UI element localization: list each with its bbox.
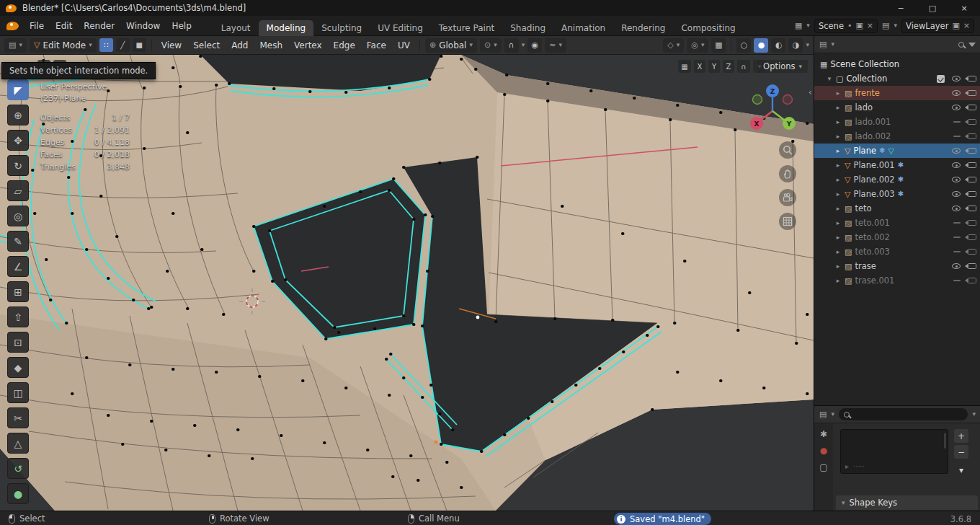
collection-checkbox[interactable] xyxy=(937,75,945,83)
disclosure-icon[interactable]: ▸ xyxy=(834,248,842,255)
vertex-select-mode-button[interactable]: ∷ xyxy=(99,38,113,52)
viewlayer-icon[interactable]: ▤ xyxy=(882,22,889,30)
tool-knife[interactable]: ✂ xyxy=(7,407,29,428)
eye-icon[interactable] xyxy=(952,162,961,168)
tab-layout[interactable]: Layout xyxy=(213,20,259,36)
tab-shading[interactable]: Shading xyxy=(502,20,553,36)
menu-face[interactable]: Face xyxy=(362,40,391,50)
camera-visibility-icon[interactable] xyxy=(968,162,976,168)
mirror-y-button[interactable]: Y xyxy=(708,60,720,73)
menu-render[interactable]: Render xyxy=(78,16,120,36)
eye-icon[interactable] xyxy=(952,263,961,269)
zoom-icon[interactable] xyxy=(779,141,796,159)
tool-rotate[interactable]: ↻ xyxy=(7,155,29,176)
tool-spin[interactable]: ↺ xyxy=(7,458,29,479)
new-viewlayer-icon[interactable]: ▣ xyxy=(952,22,959,30)
outliner-editor-icon[interactable]: ▤ xyxy=(819,40,827,48)
pan-hand-icon[interactable] xyxy=(779,165,796,182)
tool-measure[interactable]: ∠ xyxy=(7,256,29,277)
list-scrollbar[interactable] xyxy=(944,433,946,449)
camera-visibility-icon[interactable] xyxy=(968,177,976,182)
tool-bevel[interactable]: ◆ xyxy=(7,357,29,378)
camera-view-icon[interactable] xyxy=(779,189,796,206)
tool-scale[interactable]: ▱ xyxy=(7,180,29,201)
tool-transform[interactable]: ◎ xyxy=(7,206,29,226)
editor-type-button[interactable]: ▤ ▾ xyxy=(4,38,27,53)
tab-sculpting[interactable]: Sculpting xyxy=(313,20,370,36)
outliner-item-teto-001[interactable]: ▸ ▨ teto.001 xyxy=(814,216,980,230)
modifier-wrench-icon[interactable]: ✱ xyxy=(879,147,885,154)
shading-solid-button[interactable]: ● xyxy=(754,38,768,53)
modifier-wrench-icon[interactable]: ✱ xyxy=(898,176,904,183)
sidebar-toggle-chevron-icon[interactable]: ‹ xyxy=(808,87,812,97)
chevron-down-icon[interactable]: ▾ xyxy=(831,411,834,418)
tool-annotate[interactable]: ✎ xyxy=(7,231,29,252)
tool-inset[interactable]: ⊡ xyxy=(7,332,29,353)
eye-closed-icon[interactable] xyxy=(953,136,961,137)
outliner-item-plane[interactable]: ▸ ▽ Plane ✱ ▽ xyxy=(814,144,980,158)
modifier-wrench-icon[interactable]: ✱ xyxy=(898,190,904,198)
camera-visibility-icon[interactable] xyxy=(968,191,976,197)
chevron-down-icon[interactable]: ▾ xyxy=(972,411,976,418)
shading-material-button[interactable]: ◐ xyxy=(771,38,785,53)
outliner-item-teto-002[interactable]: ▸ ▨ teto.002 xyxy=(814,230,980,244)
specials-menu-chevron-icon[interactable]: ▾ xyxy=(954,463,968,477)
eye-closed-icon[interactable] xyxy=(953,237,961,238)
camera-visibility-icon[interactable] xyxy=(968,105,976,110)
outliner-search-icon[interactable] xyxy=(958,42,964,48)
disclosure-icon[interactable]: ▸ xyxy=(834,234,842,241)
eye-closed-icon[interactable] xyxy=(953,251,961,252)
properties-search-input[interactable] xyxy=(839,408,968,420)
disclosure-open-icon[interactable]: ▾ xyxy=(826,75,833,82)
menu-help[interactable]: Help xyxy=(166,16,197,36)
eye-icon[interactable] xyxy=(952,105,961,110)
chevron-down-icon[interactable]: ▾ xyxy=(831,41,834,48)
scenes-icon[interactable]: ▦ xyxy=(795,22,802,30)
remove-viewlayer-icon[interactable]: × xyxy=(963,22,970,30)
remove-item-button[interactable]: − xyxy=(954,445,968,459)
tool-loop-cut[interactable]: ◫ xyxy=(7,382,29,403)
menu-select[interactable]: Select xyxy=(189,40,224,50)
menu-edit[interactable]: Edit xyxy=(50,16,78,36)
camera-visibility-icon[interactable] xyxy=(968,206,976,211)
camera-visibility-icon[interactable] xyxy=(968,90,976,96)
tool-extrude[interactable]: ⇧ xyxy=(7,306,29,327)
tab-rendering[interactable]: Rendering xyxy=(613,20,673,36)
close-button[interactable]: × xyxy=(948,0,980,16)
3d-viewport[interactable]: ▢ ▦ ▦ X Y Z ∩ ▾ Options ▾ ‹ ◤ ⊕ ✥ ↻ ▱ ◎ … xyxy=(0,55,814,511)
disclosure-icon[interactable]: ▸ xyxy=(834,89,842,97)
tab-texture-paint[interactable]: Texture Paint xyxy=(431,20,502,36)
tab-tool-icon[interactable]: ✱ xyxy=(820,429,827,439)
minimize-button[interactable]: ─ xyxy=(885,0,917,16)
tab-object-icon[interactable]: ▢ xyxy=(819,462,827,472)
viewlayer-browse-chevron-icon[interactable]: ▾ xyxy=(894,22,897,29)
maximize-button[interactable]: □ xyxy=(917,0,948,16)
outliner-item-lado-001[interactable]: ▸ ▨ lado.001 xyxy=(814,115,980,129)
tool-add-cube[interactable]: ⊞ xyxy=(7,281,29,302)
transform-orientation-dropdown[interactable]: ⊕ Global ▾ xyxy=(425,38,477,53)
show-gizmo-dropdown[interactable]: ◇ ▾ xyxy=(663,38,684,53)
menu-uv[interactable]: UV xyxy=(393,40,414,50)
mirror-x-button[interactable]: X xyxy=(694,60,705,73)
pivot-point-dropdown[interactable]: ⊙ ▾ xyxy=(480,38,502,53)
saved-report-badge[interactable]: i Saved "m4.blend" xyxy=(614,513,711,525)
menu-add[interactable]: Add xyxy=(227,40,252,50)
disclosure-icon[interactable]: ▸ xyxy=(834,219,842,226)
menu-window[interactable]: Window xyxy=(120,16,166,36)
xray-toggle-button[interactable]: ▦ xyxy=(711,38,726,53)
eye-closed-icon[interactable] xyxy=(953,280,961,281)
camera-visibility-icon[interactable] xyxy=(968,278,976,283)
menu-file[interactable]: File xyxy=(24,16,50,36)
camera-visibility-icon[interactable] xyxy=(968,119,976,125)
scene-selector[interactable]: Scene • ▣ × xyxy=(814,19,878,33)
tool-poly-build[interactable]: △ xyxy=(7,433,29,454)
eye-closed-icon[interactable] xyxy=(953,121,961,123)
disclosure-icon[interactable]: ▸ xyxy=(834,205,842,212)
edge-select-mode-button[interactable]: ╱ xyxy=(116,38,130,52)
outliner-item-lado-002[interactable]: ▸ ▨ lado.002 xyxy=(814,129,980,144)
snap-icon[interactable]: ∩ xyxy=(737,60,750,73)
disclosure-icon[interactable]: ▸ xyxy=(834,277,842,284)
menu-vertex[interactable]: Vertex xyxy=(290,40,326,50)
eye-icon[interactable] xyxy=(952,76,961,81)
tool-move[interactable]: ✥ xyxy=(7,130,29,151)
